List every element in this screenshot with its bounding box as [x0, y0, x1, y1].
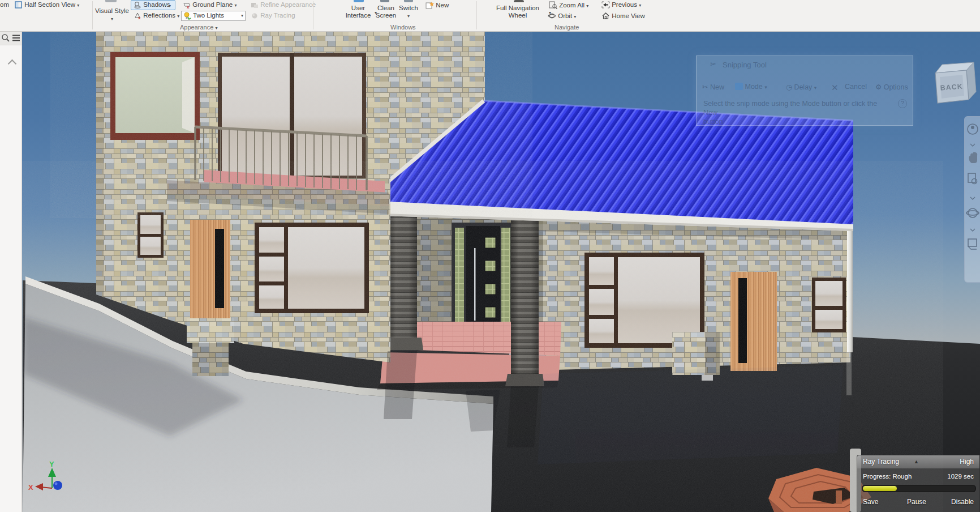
shadows-button[interactable]: Shadows — [134, 1, 170, 8]
ray-tracing-icon — [251, 12, 259, 19]
ghost-message: Select the snip mode using the Mode butt… — [703, 99, 890, 126]
refine-appearance-icon — [251, 2, 259, 8]
user-interface-button[interactable]: UserInterface — [342, 5, 374, 19]
chevron-down-icon: ▾ — [407, 14, 410, 19]
progress-track — [862, 485, 976, 492]
scissors-icon: ✂ — [710, 60, 716, 69]
ray-tracing-panel-header[interactable]: Ray Tracing ▲ High — [857, 455, 979, 468]
two-lights-bulb-icon — [183, 12, 191, 20]
z-axis-ball — [53, 481, 62, 490]
help-icon: ? — [898, 99, 907, 108]
ray-tracing-panel: Ray Tracing ▲ High Progress: Rough 1029 … — [857, 455, 980, 512]
ribbon-separator — [476, 1, 477, 29]
orbit-icon — [548, 12, 556, 20]
look-at-icon[interactable] — [968, 239, 977, 246]
chevron-down-icon: ▾ — [639, 3, 641, 8]
ray-tracing-title: Ray Tracing — [863, 455, 899, 468]
shadows-dropdown[interactable]: ▾ — [169, 2, 171, 10]
two-lights-combobox[interactable]: Two Lights ▾ — [181, 11, 246, 21]
home-icon — [601, 12, 610, 20]
clean-screen-button[interactable]: CleanScreen — [372, 5, 399, 19]
pause-button[interactable]: Pause — [907, 498, 926, 506]
orbit-icon[interactable] — [968, 208, 977, 217]
visual-style-icon — [105, 0, 117, 2]
ghost-cancel-button: Cancel — [845, 83, 867, 91]
ghost-options-button: ⚙ Options — [875, 83, 908, 91]
chevron-down-icon: ▾ — [574, 14, 576, 19]
svg-text:x: x — [187, 5, 190, 8]
half-section-view-button[interactable]: Half Section View ▾ — [15, 1, 79, 9]
close-icon: ✕ — [831, 83, 839, 93]
ghost-mode-button: Mode ▾ — [735, 83, 767, 91]
full-navigation-wheel-button[interactable]: Full NavigationWheel — [487, 5, 549, 19]
user-interface-icon — [354, 0, 364, 2]
axis-y-label: Y — [49, 460, 54, 468]
previous-arrow-icon — [601, 1, 610, 8]
progress-label: Progress: Rough — [863, 473, 912, 480]
chevron-down-icon: ▾ — [241, 13, 243, 18]
save-button[interactable]: Save — [863, 498, 878, 506]
collapse-triangle-icon[interactable]: ▲ — [914, 455, 919, 468]
clean-screen-icon — [380, 0, 389, 2]
orbit-button[interactable]: Orbit ▾ — [548, 12, 576, 20]
3d-viewport[interactable]: Y X ✂ Snipping Tool ✂ New Mode ▾ ◷ Delay… — [22, 31, 980, 512]
full-navigation-wheel-icon — [514, 0, 524, 2]
ray-progress-fill — [863, 486, 897, 491]
view-cube[interactable]: BACK — [927, 58, 980, 110]
half-section-icon — [15, 1, 23, 8]
zoom-all-button[interactable]: Zoom All ▾ — [549, 1, 588, 10]
chevron-down-icon: ▾ — [234, 3, 237, 8]
svg-text:x: x — [138, 15, 141, 19]
ghost-delay-button: ◷ Delay ▾ — [786, 83, 816, 91]
disable-button[interactable]: Disable — [951, 498, 974, 506]
switch-button[interactable]: Switch▾ — [396, 5, 421, 20]
render-grain — [91, 31, 492, 201]
new-window-button[interactable]: New — [425, 1, 449, 9]
navigation-bar — [964, 116, 980, 283]
left-panel-toolbar — [0, 31, 22, 45]
visual-style-button[interactable]: Visual Style▾ — [92, 7, 132, 23]
chevron-down-icon: ▾ — [77, 3, 79, 8]
mode-icon — [735, 83, 743, 90]
chevron-down-icon[interactable] — [970, 197, 975, 199]
snipping-tool-ghost-dialog: ✂ Snipping Tool ✂ New Mode ▾ ◷ Delay ▾ ✕… — [696, 56, 913, 126]
windows-group-label: Windows — [390, 24, 416, 31]
view-cube-label: BACK — [940, 83, 963, 92]
axis-x-label: X — [28, 483, 33, 492]
ghost-new-button: ✂ New — [702, 83, 724, 91]
ground-plane-icon: x — [182, 1, 191, 8]
ghost-dialog-title: Snipping Tool — [723, 61, 767, 69]
chevron-down-icon: ▾ — [111, 16, 113, 22]
appearance-group-label[interactable]: Appearance ▾ — [180, 24, 217, 31]
chevron-down-icon: ▾ — [586, 3, 588, 8]
quality-value: High — [960, 455, 974, 468]
new-window-icon — [425, 1, 434, 9]
reflections-button[interactable]: x Reflections ▾ — [134, 12, 179, 20]
refine-appearance-button[interactable]: Refine Appearance — [251, 1, 316, 8]
ground-plane-button[interactable]: x Ground Plane ▾ — [182, 1, 237, 9]
switch-icon — [404, 0, 413, 2]
time-elapsed: 1029 sec — [947, 473, 974, 480]
zoom-all-icon — [549, 1, 557, 9]
search-icon[interactable] — [1, 33, 10, 42]
home-view-button[interactable]: Home View — [601, 12, 645, 20]
ribbon-separator — [313, 1, 313, 29]
shadows-icon — [134, 2, 141, 8]
previous-view-button[interactable]: Previous ▾ — [601, 1, 641, 9]
pan-hand-icon[interactable] — [969, 152, 977, 163]
left-panel-strip: lity — [0, 31, 22, 512]
chevron-down-icon[interactable] — [970, 229, 975, 231]
chevron-down-icon: ▾ — [177, 14, 179, 19]
reflections-icon: x — [134, 12, 141, 19]
menu-icon[interactable] — [12, 34, 20, 42]
render-grain — [91, 193, 866, 510]
chevron-down-icon[interactable] — [970, 144, 975, 146]
navigate-group-label: Navigate — [555, 24, 579, 31]
ribbon-partial-left[interactable]: om — [0, 1, 9, 8]
application-window: om Half Section View ▾ Visual Style▾ Sha… — [0, 0, 980, 512]
collapse-chevron-icon[interactable] — [8, 59, 17, 69]
ray-tracing-button[interactable]: Ray Tracing — [251, 12, 295, 19]
ribbon-toolbar: om Half Section View ▾ Visual Style▾ Sha… — [0, 0, 980, 32]
